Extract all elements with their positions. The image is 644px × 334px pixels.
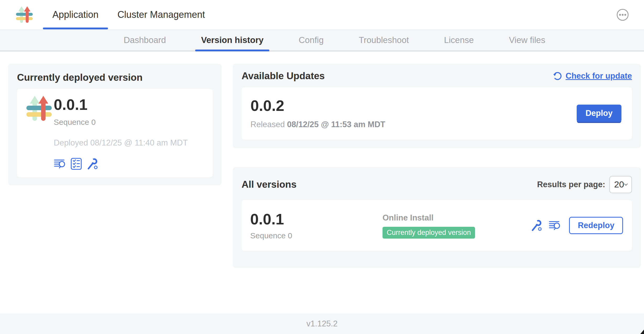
tab-view-files-label: View files — [509, 35, 545, 45]
update-released-line: Released 08/12/25 @ 11:53 am MDT — [250, 120, 385, 129]
console-version: v1.125.2 — [307, 319, 338, 328]
wrench-gear-icon — [86, 158, 99, 170]
deployed-sequence: Sequence 0 — [54, 118, 188, 127]
deploy-button[interactable]: Deploy — [577, 105, 621, 122]
app-logo — [16, 4, 33, 25]
tab-application-label: Application — [52, 9, 99, 20]
main-content: Currently deployed version 0.0.1 Sequenc… — [0, 51, 644, 314]
update-row: 0.0.2 Released 08/12/25 @ 11:53 am MDT D… — [242, 87, 632, 140]
deployed-date: Deployed 08/12/25 @ 11:40 am MDT — [54, 138, 188, 148]
released-date: 08/12/25 @ 11:53 am MDT — [287, 120, 385, 129]
check-for-update-label: Check for update — [566, 71, 632, 81]
preflight-checks-icon — [71, 158, 82, 170]
all-versions-card: All versions Results per page: 20 0.0.1 … — [233, 167, 641, 268]
version-row-info: 0.0.1 Sequence 0 — [250, 211, 383, 240]
row-sequence: Sequence 0 — [250, 231, 383, 240]
row-version-number: 0.0.1 — [250, 211, 383, 228]
deployed-version-info: 0.0.1 Sequence 0 Deployed 08/12/25 @ 11:… — [54, 94, 188, 170]
tab-application[interactable]: Application — [43, 0, 108, 29]
available-updates-title: Available Updates — [242, 71, 325, 82]
tab-version-history-label: Version history — [201, 35, 263, 45]
tab-config[interactable]: Config — [293, 30, 329, 51]
results-per-page-label: Results per page: — [537, 180, 605, 189]
results-per-page: Results per page: 20 — [537, 176, 632, 193]
tab-config-label: Config — [299, 35, 324, 45]
app-logo-arrows-icon — [26, 95, 52, 122]
tab-version-history[interactable]: Version history — [195, 30, 269, 51]
currently-deployed-badge: Currently deployed version — [383, 227, 475, 239]
release-notes-button[interactable] — [549, 219, 561, 232]
update-info: 0.0.2 Released 08/12/25 @ 11:53 am MDT — [250, 97, 385, 129]
all-versions-title: All versions — [242, 179, 297, 190]
release-notes-icon — [549, 220, 561, 231]
check-for-update-link[interactable]: Check for update — [553, 71, 632, 81]
top-bar: Application Cluster Management — [0, 0, 644, 30]
version-row-status: Online Install Currently deployed versio… — [383, 212, 530, 239]
tab-cluster-management-label: Cluster Management — [117, 9, 205, 20]
ellipsis-menu-icon — [616, 9, 629, 21]
edit-config-button[interactable] — [86, 158, 99, 170]
right-column: Available Updates Check for update 0.0.2… — [233, 64, 641, 268]
version-row-actions: Redeploy — [530, 217, 623, 234]
available-updates-card: Available Updates Check for update 0.0.2… — [233, 64, 641, 148]
deployed-actions — [54, 158, 188, 170]
tab-troubleshoot[interactable]: Troubleshoot — [353, 30, 414, 51]
primary-tabs: Application Cluster Management — [43, 0, 214, 29]
release-notes-icon — [54, 158, 66, 170]
tab-license[interactable]: License — [438, 30, 480, 51]
released-prefix: Released — [250, 120, 285, 129]
app-logo-arrows-icon — [16, 6, 33, 23]
available-updates-header: Available Updates Check for update — [242, 71, 632, 82]
deployed-version-number: 0.0.1 — [54, 96, 188, 113]
install-type-label: Online Install — [383, 213, 530, 223]
currently-deployed-card: Currently deployed version 0.0.1 Sequenc… — [8, 64, 222, 185]
tab-view-files[interactable]: View files — [503, 30, 551, 51]
results-per-page-value: 20 — [614, 179, 624, 190]
tab-license-label: License — [444, 35, 474, 45]
chevron-down-icon — [624, 183, 628, 186]
all-versions-header: All versions Results per page: 20 — [242, 176, 632, 193]
deployed-version-panel: 0.0.1 Sequence 0 Deployed 08/12/25 @ 11:… — [17, 89, 213, 177]
preflight-checks-button[interactable] — [70, 158, 83, 170]
currently-deployed-title: Currently deployed version — [17, 72, 213, 83]
tab-cluster-management[interactable]: Cluster Management — [108, 0, 214, 29]
version-row: 0.0.1 Sequence 0 Online Install Currentl… — [242, 200, 632, 251]
release-notes-button[interactable] — [54, 158, 66, 170]
tab-dashboard-label: Dashboard — [124, 35, 166, 45]
edit-config-button[interactable] — [530, 219, 543, 232]
tab-troubleshoot-label: Troubleshoot — [359, 35, 409, 45]
footer: v1.125.2 — [0, 314, 644, 334]
wrench-gear-icon — [531, 219, 543, 231]
redeploy-button[interactable]: Redeploy — [569, 217, 623, 234]
refresh-icon — [553, 71, 563, 81]
app-section-tabs: Dashboard Version history Config Trouble… — [0, 30, 644, 51]
update-version-number: 0.0.2 — [250, 97, 385, 114]
tab-dashboard[interactable]: Dashboard — [118, 30, 172, 51]
overflow-menu-button[interactable] — [616, 9, 629, 21]
app-logo — [26, 95, 52, 124]
results-per-page-select[interactable]: 20 — [609, 176, 632, 193]
